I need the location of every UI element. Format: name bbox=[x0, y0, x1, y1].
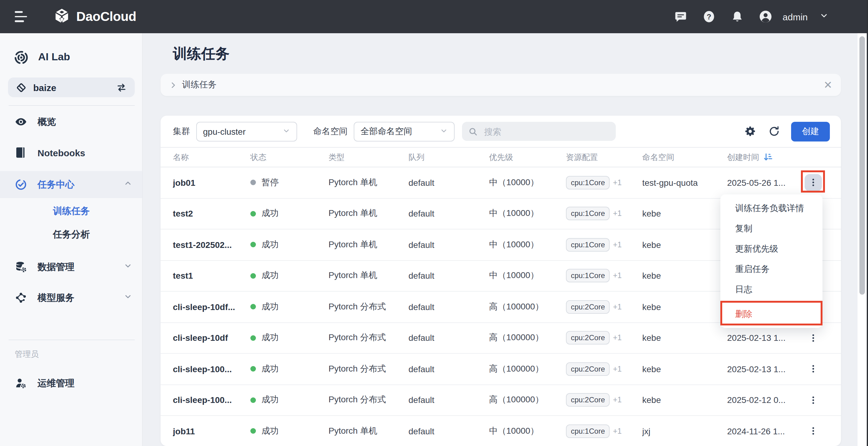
status-cell: 成功 bbox=[250, 270, 329, 281]
resource-extra-badge[interactable]: +1 bbox=[613, 334, 622, 342]
help-icon[interactable]: ? bbox=[703, 10, 715, 23]
resource-extra-badge[interactable]: +1 bbox=[613, 241, 622, 249]
namespace-select[interactable]: 全部命名空间 bbox=[354, 122, 455, 141]
resources-cell: cpu:1Core+1 bbox=[566, 269, 642, 283]
status-cell: 成功 bbox=[250, 363, 329, 375]
workspace-switcher[interactable]: baize bbox=[8, 77, 135, 97]
resource-badge[interactable]: cpu:2Core bbox=[566, 393, 610, 407]
breadcrumb: 训练任务 ✕ bbox=[160, 74, 841, 96]
context-menu-divider bbox=[720, 301, 823, 302]
namespace-cell: test-gpu-quota bbox=[642, 178, 727, 188]
menu-icon[interactable] bbox=[15, 11, 28, 22]
sidebar-item-task-center[interactable]: 任务中心 bbox=[0, 171, 142, 198]
resource-extra-badge[interactable]: +1 bbox=[613, 427, 622, 436]
resource-extra-badge[interactable]: +1 bbox=[613, 302, 622, 311]
actions-cell bbox=[800, 174, 841, 191]
kebab-menu-button[interactable] bbox=[805, 423, 822, 440]
swap-icon[interactable] bbox=[116, 82, 127, 93]
job-name-cell[interactable]: job01 bbox=[173, 178, 250, 188]
cluster-select[interactable]: gpu-cluster bbox=[196, 122, 297, 141]
bell-icon[interactable] bbox=[731, 10, 744, 23]
sidebar-subitem-training-jobs[interactable]: 训练任务 bbox=[0, 199, 142, 223]
breadcrumb-tab-label[interactable]: 训练任务 bbox=[182, 79, 217, 90]
context-menu-item[interactable]: 重启任务 bbox=[720, 259, 823, 279]
scrollbar-track[interactable] bbox=[858, 33, 867, 446]
chevron-down-icon[interactable] bbox=[124, 261, 132, 273]
resource-badge[interactable]: cpu:1Core bbox=[566, 207, 610, 221]
created-time-cell: 2025-05-26 1... bbox=[727, 178, 800, 188]
gear-icon[interactable] bbox=[743, 125, 757, 138]
resource-badge[interactable]: cpu:2Core bbox=[566, 362, 610, 376]
search-input[interactable] bbox=[483, 126, 602, 137]
sidebar-subitem-task-analysis[interactable]: 任务分析 bbox=[0, 223, 142, 246]
scrollbar-thumb[interactable] bbox=[859, 36, 865, 295]
resource-extra-badge[interactable]: +1 bbox=[613, 179, 622, 187]
type-cell: Pytorch 分布式 bbox=[329, 332, 408, 344]
chevron-down-icon[interactable] bbox=[124, 292, 132, 303]
priority-cell: 高（100000） bbox=[489, 301, 566, 313]
sidebar-divider bbox=[9, 340, 135, 340]
namespace-cell: kebe bbox=[642, 364, 727, 374]
search-box[interactable] bbox=[462, 122, 616, 141]
brand-logo[interactable]: DaoCloud bbox=[53, 8, 136, 26]
context-menu-item[interactable]: 复制 bbox=[720, 218, 823, 239]
create-button[interactable]: 创建 bbox=[791, 122, 830, 141]
kebab-menu-button[interactable] bbox=[805, 391, 822, 409]
column-header-优先级: 优先级 bbox=[489, 152, 566, 163]
kebab-menu-button[interactable] bbox=[805, 360, 822, 378]
user-name[interactable]: admin bbox=[782, 11, 808, 22]
sort-descending-icon[interactable] bbox=[763, 152, 773, 162]
resource-badge[interactable]: cpu:1Core bbox=[566, 269, 610, 283]
job-name-cell[interactable]: cli-sleep-10df bbox=[173, 333, 250, 343]
status-cell: 成功 bbox=[250, 301, 329, 313]
queue-cell: default bbox=[408, 178, 489, 188]
sidebar-subitem-label: 训练任务 bbox=[53, 205, 90, 217]
sidebar-item-label: 数据管理 bbox=[37, 261, 74, 273]
resource-extra-badge[interactable]: +1 bbox=[613, 272, 622, 280]
chevron-down-icon[interactable] bbox=[819, 11, 829, 23]
job-name-cell[interactable]: test1-202502... bbox=[173, 240, 250, 250]
context-menu-item[interactable]: 训练任务负载详情 bbox=[720, 198, 823, 218]
resource-extra-badge[interactable]: +1 bbox=[613, 365, 622, 374]
status-label: 成功 bbox=[261, 332, 279, 344]
column-header-创建时间[interactable]: 创建时间 bbox=[727, 152, 800, 163]
kebab-menu-button[interactable] bbox=[805, 174, 822, 191]
sidebar-item-overview[interactable]: 概览 bbox=[0, 108, 142, 135]
close-icon[interactable]: ✕ bbox=[824, 79, 833, 90]
column-header-label: 名称 bbox=[173, 152, 189, 163]
chevron-up-icon[interactable] bbox=[124, 179, 132, 190]
resource-extra-badge[interactable]: +1 bbox=[613, 210, 622, 218]
avatar-icon[interactable] bbox=[759, 10, 772, 23]
column-header-label: 创建时间 bbox=[727, 152, 759, 163]
resource-extra-badge[interactable]: +1 bbox=[613, 396, 622, 405]
priority-cell: 中（10000） bbox=[489, 208, 566, 219]
job-name-cell[interactable]: test2 bbox=[173, 209, 250, 219]
resource-badge[interactable]: cpu:1Core bbox=[566, 238, 610, 252]
resource-badge[interactable]: cpu:2Core bbox=[566, 331, 610, 345]
sidebar-item-model-service[interactable]: 模型服务 bbox=[0, 284, 142, 311]
context-menu-item[interactable]: 更新优先级 bbox=[720, 239, 823, 259]
context-menu-item-delete[interactable]: 删除 bbox=[720, 304, 823, 324]
sidebar-product[interactable]: AI Lab bbox=[0, 33, 142, 69]
context-menu-item[interactable]: 日志 bbox=[720, 279, 823, 299]
job-name-cell[interactable]: test1 bbox=[173, 271, 250, 281]
status-dot bbox=[250, 304, 256, 310]
resources-cell: cpu:2Core+1 bbox=[566, 331, 642, 345]
kebab-menu-button[interactable] bbox=[805, 329, 822, 347]
resources-cell: cpu:1Core+1 bbox=[566, 207, 642, 221]
table-header: 名称状态类型队列优先级资源配置命名空间创建时间 bbox=[160, 147, 841, 167]
sidebar-item-ops-management[interactable]: 运维管理 bbox=[0, 370, 142, 397]
sidebar-item-notebooks[interactable]: Notebooks bbox=[0, 139, 142, 166]
created-time-cell: 2025-02-13 1... bbox=[727, 364, 800, 374]
job-name-cell[interactable]: job11 bbox=[173, 426, 250, 436]
job-name-cell[interactable]: cli-sleep-10df... bbox=[173, 302, 250, 312]
resource-badge[interactable]: cpu:2Core bbox=[566, 300, 610, 314]
chevron-right-icon[interactable] bbox=[169, 81, 177, 89]
chat-icon[interactable] bbox=[674, 10, 687, 23]
refresh-icon[interactable] bbox=[767, 125, 781, 138]
job-name-cell[interactable]: cli-sleep-100... bbox=[173, 395, 250, 405]
sidebar-item-data-management[interactable]: 数据管理 bbox=[0, 253, 142, 281]
resource-badge[interactable]: cpu:1Core bbox=[566, 176, 610, 189]
job-name-cell[interactable]: cli-sleep-100... bbox=[173, 364, 250, 374]
resource-badge[interactable]: cpu:1Core bbox=[566, 424, 610, 438]
